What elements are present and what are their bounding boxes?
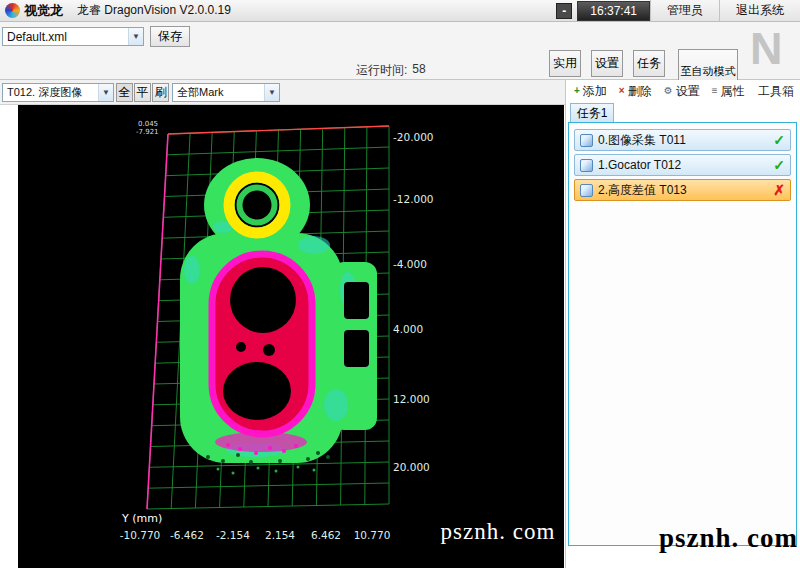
- task-button[interactable]: 任务: [633, 50, 665, 77]
- page-watermark: psznh. com: [659, 523, 798, 554]
- delete-icon: ×: [619, 86, 625, 96]
- tab-task1[interactable]: 任务1: [570, 103, 614, 122]
- image-source-value: T012. 深度图像: [7, 85, 82, 100]
- settings-button[interactable]: 设置: [591, 50, 623, 77]
- gear-icon: ⚙: [664, 86, 673, 96]
- exit-system-button[interactable]: 退出系统: [719, 0, 800, 21]
- task-settings-label: 设置: [676, 83, 700, 100]
- titlebar: 视觉龙 龙睿 DragonVision V2.0.0.19 - 16:37:41…: [0, 0, 800, 22]
- task-item-label: 0.图像采集 T011: [598, 132, 686, 149]
- logo-text: 视觉龙: [24, 2, 63, 20]
- x-tick: 6.462: [311, 529, 341, 541]
- mark-select[interactable]: 全部Mark ▼: [172, 83, 280, 102]
- app-logo-icon: [5, 3, 20, 18]
- toolbox-button[interactable]: 工具箱: [758, 83, 794, 100]
- task-tool-icon: [580, 134, 593, 147]
- refresh-button[interactable]: 刷: [152, 83, 169, 102]
- app-window: 视觉龙 龙睿 DragonVision V2.0.0.19 - 16:37:41…: [0, 0, 800, 568]
- image-source-select[interactable]: T012. 深度图像 ▼: [2, 83, 114, 102]
- x-tick: -6.462: [170, 529, 204, 541]
- task-settings-button[interactable]: ⚙ 设置: [664, 83, 700, 100]
- save-button[interactable]: 保存: [150, 26, 190, 47]
- add-icon: +: [574, 86, 580, 96]
- depth-3d-view: 0.045 -7.921 -20.000 -12.000 -4.000 4.00…: [18, 105, 564, 568]
- task-tool-icon: [580, 184, 593, 197]
- yellow-ring: [229, 177, 285, 233]
- y-tick: 12.000: [393, 393, 430, 405]
- x-tick: 2.154: [265, 529, 295, 541]
- status-fail-icon: ✗: [773, 183, 785, 197]
- runtime-value: 58: [412, 62, 425, 79]
- runtime-display: 运行时间: 58: [356, 62, 426, 79]
- view-all-button[interactable]: 全: [116, 83, 133, 102]
- y-axis-label: Y (mm): [121, 512, 162, 525]
- y-tick: 20.000: [393, 461, 430, 473]
- task-properties-label: 属性: [721, 83, 745, 100]
- task-tool-icon: [580, 159, 593, 172]
- task-panel-toolbar: + 添加 × 删除 ⚙ 设置 ≡ 属性 工具箱: [566, 80, 800, 102]
- task-item-gocator[interactable]: 1.Gocator T012 ✓: [574, 154, 791, 176]
- delete-task-label: 删除: [628, 83, 652, 100]
- x-tick: 10.770: [354, 529, 391, 541]
- titlebar-controls: - 16:37:41 管理员 退出系统: [556, 0, 800, 21]
- y-tick: 4.000: [393, 323, 423, 335]
- chevron-down-icon[interactable]: ▼: [98, 84, 113, 101]
- task-tab-row: 任务1: [566, 102, 800, 122]
- status-success-icon: ✓: [773, 158, 785, 172]
- clock-display: 16:37:41: [577, 1, 650, 21]
- chevron-down-icon[interactable]: ▼: [128, 28, 143, 45]
- task-properties-button[interactable]: ≡ 属性: [712, 83, 745, 100]
- view-flat-button[interactable]: 平: [134, 83, 151, 102]
- status-success-icon: ✓: [773, 133, 785, 147]
- toolbox-label: 工具箱: [758, 83, 794, 100]
- add-task-button[interactable]: + 添加: [574, 83, 607, 100]
- collapse-button[interactable]: -: [556, 3, 572, 19]
- task-item-label: 1.Gocator T012: [598, 158, 681, 172]
- task-item-image-capture[interactable]: 0.图像采集 T011 ✓: [574, 129, 791, 151]
- viewer-header: T012. 深度图像 ▼ 全 平 刷 全部Mark ▼: [0, 80, 565, 105]
- image-viewer-panel: T012. 深度图像 ▼ 全 平 刷 全部Mark ▼: [0, 80, 565, 568]
- mark-select-value: 全部Mark: [177, 85, 223, 100]
- app-title: 龙睿 DragonVision V2.0.0.19: [77, 2, 231, 19]
- list-icon: ≡: [712, 86, 718, 96]
- chevron-down-icon[interactable]: ▼: [264, 84, 279, 101]
- watermark-letter: N: [750, 26, 783, 71]
- corner-value-2: -7.921: [136, 128, 159, 136]
- y-tick: -20.000: [393, 131, 434, 143]
- admin-button[interactable]: 管理员: [650, 0, 719, 21]
- delete-task-button[interactable]: × 删除: [619, 83, 652, 100]
- viewport-watermark: psznh. com: [441, 519, 556, 544]
- magenta-fringe: [215, 432, 307, 452]
- x-tick: -10.770: [120, 529, 161, 541]
- config-file-select[interactable]: Default.xml ▼: [2, 27, 144, 46]
- depth-image-viewport[interactable]: 0.045 -7.921 -20.000 -12.000 -4.000 4.00…: [18, 105, 564, 568]
- utility-button[interactable]: 实用: [549, 50, 581, 77]
- x-tick: -2.154: [216, 529, 250, 541]
- task-list: 0.图像采集 T011 ✓ 1.Gocator T012 ✓ 2.高度差值 T0…: [568, 122, 797, 546]
- task-item-label: 2.高度差值 T013: [598, 182, 687, 199]
- config-file-value: Default.xml: [7, 30, 67, 44]
- main-toolbar: Default.xml ▼ 保存 运行时间: 58 实用 设置 任务 任务管理 …: [0, 22, 800, 80]
- y-tick: -4.000: [393, 258, 427, 270]
- runtime-label: 运行时间:: [356, 62, 407, 79]
- add-task-label: 添加: [583, 83, 607, 100]
- task-panel: + 添加 × 删除 ⚙ 设置 ≡ 属性 工具箱 任务1: [566, 80, 800, 568]
- corner-value-1: 0.045: [138, 120, 158, 128]
- y-tick: -12.000: [393, 193, 434, 205]
- task-item-height-diff[interactable]: 2.高度差值 T013 ✗: [574, 179, 791, 201]
